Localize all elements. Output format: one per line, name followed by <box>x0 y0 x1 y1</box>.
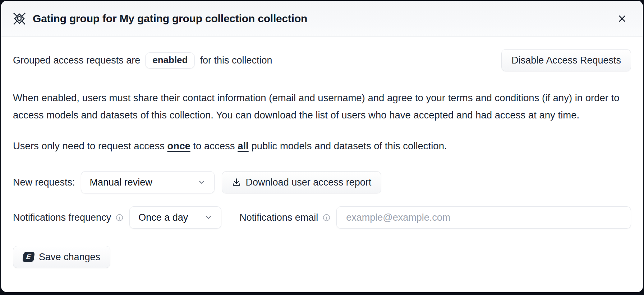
save-changes-button[interactable]: E Save changes <box>13 246 110 268</box>
modal-body: Grouped access requests are enabled for … <box>1 49 643 268</box>
new-requests-select-value: Manual review <box>90 177 152 188</box>
info-icon[interactable] <box>322 214 331 222</box>
download-button-label: Download user access report <box>246 177 372 188</box>
notifications-frequency-label: Notifications frequency <box>13 212 111 223</box>
note-text-before: Users only need to request access <box>13 140 167 151</box>
close-icon[interactable] <box>614 11 630 27</box>
new-requests-select[interactable]: Manual review <box>81 171 215 193</box>
description-paragraph: When enabled, users must share their con… <box>13 89 631 124</box>
enterprise-icon: E <box>22 252 35 262</box>
notifications-frequency-value: Once a day <box>138 212 188 223</box>
note-emphasis-once: once <box>167 140 190 151</box>
info-icon[interactable] <box>115 214 124 222</box>
chevron-down-icon <box>204 214 212 221</box>
save-changes-label: Save changes <box>39 252 100 263</box>
chevron-down-icon <box>198 178 206 186</box>
notifications-frequency-select[interactable]: Once a day <box>129 206 221 229</box>
status-text-before: Grouped access requests are <box>13 55 140 66</box>
download-icon <box>232 178 241 187</box>
disable-access-requests-button[interactable]: Disable Access Requests <box>501 49 631 71</box>
notifications-email-label: Notifications email <box>239 212 318 223</box>
status-badge: enabled <box>145 52 195 69</box>
new-requests-row: New requests: Manual review Download use… <box>13 171 631 193</box>
gating-group-modal: Gating group for My gating group collect… <box>1 1 643 292</box>
note-paragraph: Users only need to request access once t… <box>13 140 631 152</box>
note-emphasis-all: all <box>238 140 249 151</box>
note-text-after: public models and datasets of this colle… <box>249 140 447 151</box>
download-user-access-report-button[interactable]: Download user access report <box>222 171 382 193</box>
status-row: Grouped access requests are enabled for … <box>13 49 631 71</box>
footer-row: E Save changes <box>13 246 631 268</box>
modal-title: Gating group for My gating group collect… <box>33 13 307 25</box>
gated-access-icon <box>12 11 27 26</box>
notifications-email-input[interactable] <box>336 206 631 229</box>
note-text-middle: to access <box>190 140 238 151</box>
new-requests-label: New requests: <box>13 177 75 188</box>
notifications-row: Notifications frequency Once a day Notif… <box>13 206 631 229</box>
modal-header: Gating group for My gating group collect… <box>1 1 643 37</box>
status-text: Grouped access requests are enabled for … <box>13 52 272 69</box>
status-text-after: for this collection <box>200 55 272 66</box>
